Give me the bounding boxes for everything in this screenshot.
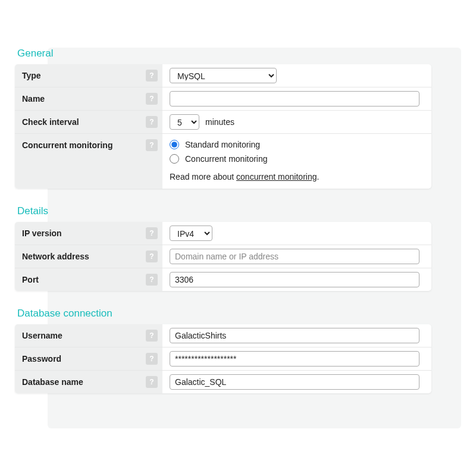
card-details: IP version ? IPv4 Network address ? <box>15 222 431 291</box>
label-cell-password: Password ? <box>15 347 162 370</box>
label-username: Username <box>22 330 62 340</box>
section-title-details: Details <box>17 205 461 217</box>
section-title-general: General <box>17 48 461 60</box>
label-cell-ipver: IP version ? <box>15 222 162 245</box>
row-interval: Check interval ? 5 minutes <box>15 111 431 134</box>
section-general: General Type ? MySQL Name ? <box>15 48 461 189</box>
label-password: Password <box>22 353 61 364</box>
help-icon[interactable]: ? <box>146 227 158 239</box>
username-input[interactable] <box>170 328 419 343</box>
value-cell-ipver: IPv4 <box>162 222 431 245</box>
row-ipver: IP version ? IPv4 <box>15 222 431 245</box>
readmore-prefix: Read more about <box>170 172 236 181</box>
section-details: Details IP version ? IPv4 Network addres… <box>15 205 461 291</box>
concurrent-radio-group: Standard monitoring Concurrent monitorin… <box>170 137 424 185</box>
label-addr: Network address <box>22 250 89 261</box>
value-cell-port <box>162 268 431 291</box>
section-db: Database connection Username ? Password … <box>15 308 461 393</box>
value-cell-addr <box>162 245 431 268</box>
row-concurrent: Concurrent monitoring ? Standard monitor… <box>15 134 431 189</box>
row-name: Name ? <box>15 87 431 111</box>
help-icon[interactable]: ? <box>146 330 158 342</box>
radio-concurrent[interactable] <box>170 154 179 164</box>
value-cell-username <box>162 324 431 347</box>
help-icon[interactable]: ? <box>146 70 158 82</box>
value-cell-password <box>162 347 431 370</box>
help-icon[interactable]: ? <box>146 376 158 388</box>
row-port: Port ? <box>15 268 431 291</box>
value-cell-interval: 5 minutes <box>162 111 431 133</box>
radio-concurrent-label: Concurrent monitoring <box>185 154 268 164</box>
password-input[interactable] <box>170 351 419 367</box>
label-port: Port <box>22 274 39 284</box>
addr-input[interactable] <box>170 249 419 264</box>
interval-unit: minutes <box>205 117 234 127</box>
row-dbname: Database name ? <box>15 371 431 393</box>
label-cell-concurrent: Concurrent monitoring ? <box>15 134 162 189</box>
label-type: Type <box>22 70 41 80</box>
radio-line-standard[interactable]: Standard monitoring <box>170 140 424 149</box>
label-interval: Check interval <box>22 116 79 127</box>
section-title-db: Database connection <box>17 308 461 320</box>
readmore-suffix: . <box>317 172 319 181</box>
help-icon[interactable]: ? <box>146 139 158 151</box>
help-icon[interactable]: ? <box>146 274 158 286</box>
label-cell-interval: Check interval ? <box>15 111 162 133</box>
row-type: Type ? MySQL <box>15 64 431 87</box>
interval-select[interactable]: 5 <box>170 114 199 130</box>
label-ipver: IP version <box>22 227 62 238</box>
label-concurrent: Concurrent monitoring <box>22 139 112 150</box>
row-password: Password ? <box>15 347 431 371</box>
value-cell-type: MySQL <box>162 64 431 87</box>
label-cell-dbname: Database name ? <box>15 371 162 393</box>
label-cell-port: Port ? <box>15 268 162 291</box>
card-db: Username ? Password ? Database name <box>15 324 431 393</box>
card-general: Type ? MySQL Name ? <box>15 64 431 189</box>
row-addr: Network address ? <box>15 245 431 268</box>
value-cell-dbname <box>162 371 431 393</box>
help-icon[interactable]: ? <box>146 93 158 105</box>
label-cell-type: Type ? <box>15 64 162 87</box>
help-icon[interactable]: ? <box>146 116 158 128</box>
value-cell-name <box>162 87 431 110</box>
readmore-link[interactable]: concurrent monitoring <box>236 172 317 181</box>
radio-standard[interactable] <box>170 140 179 149</box>
row-username: Username ? <box>15 324 431 347</box>
label-cell-addr: Network address ? <box>15 245 162 268</box>
type-select[interactable]: MySQL <box>170 68 277 83</box>
help-icon[interactable]: ? <box>146 353 158 365</box>
port-input[interactable] <box>170 272 419 287</box>
label-cell-name: Name ? <box>15 87 162 110</box>
help-icon[interactable]: ? <box>146 250 158 262</box>
label-name: Name <box>22 93 45 104</box>
radio-line-concurrent[interactable]: Concurrent monitoring <box>170 154 424 164</box>
ipver-select[interactable]: IPv4 <box>170 226 212 241</box>
readmore-text: Read more about concurrent monitoring. <box>170 172 424 181</box>
value-cell-concurrent: Standard monitoring Concurrent monitorin… <box>162 134 431 189</box>
radio-standard-label: Standard monitoring <box>185 140 260 149</box>
label-dbname: Database name <box>22 376 83 387</box>
dbname-input[interactable] <box>170 374 419 390</box>
name-input[interactable] <box>170 91 419 107</box>
label-cell-username: Username ? <box>15 324 162 347</box>
